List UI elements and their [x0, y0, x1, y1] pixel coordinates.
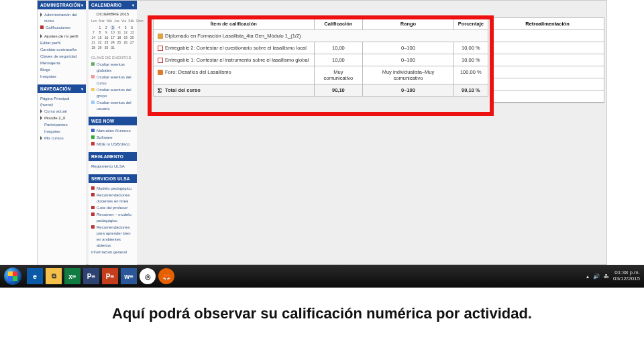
sidebar-item[interactable]: Información general — [91, 249, 134, 255]
triangle-icon — [40, 136, 42, 140]
square-icon — [91, 193, 95, 196]
event-key-label: CLAVE DE EVENTOS — [89, 54, 137, 61]
sidebar-item[interactable]: Insignias — [40, 74, 83, 80]
square-icon — [91, 62, 95, 66]
sidebar-item[interactable]: Blogs — [40, 67, 83, 73]
square-icon — [40, 25, 44, 29]
taskbar-icon-ie[interactable]: e — [27, 268, 43, 284]
sidebar-item[interactable]: Calificaciones — [40, 25, 83, 31]
sidebar-item[interactable]: Curso actual — [40, 109, 83, 115]
sidebar-item[interactable]: Página Principal (home) — [40, 96, 83, 108]
slide-caption: Aquí podrá observar su calificación numé… — [0, 305, 644, 322]
feedback-cell — [491, 54, 604, 66]
triangle-icon — [40, 109, 42, 113]
total-row: 𝚺Total del curso 90,10 0–100 90,10 % — [154, 84, 488, 97]
col-item: Ítem de calificación — [154, 18, 315, 30]
calendar-month: DICIEMBRE 2015 — [91, 11, 134, 17]
sidebar-item[interactable]: Participantes — [40, 122, 83, 128]
sidebar-item[interactable]: Administración del curso — [40, 12, 83, 24]
admin-block-header: ADMINISTRACIÓN ▾ — [38, 1, 86, 9]
col-pct: Porcentaje — [453, 18, 488, 30]
legend-item[interactable]: Ocultar eventos del usuario — [91, 100, 134, 112]
square-icon — [91, 142, 95, 145]
sidebar-item[interactable]: Claves de seguridad — [40, 54, 83, 60]
chevron-down-icon[interactable]: ▾ — [132, 3, 134, 7]
col-grade: Calificación — [314, 18, 363, 30]
taskbar-icon-excel[interactable]: x≡ — [64, 268, 80, 284]
table-row: Foro: Desafíos del Lasallismo Muy comuni… — [154, 66, 488, 84]
forum-icon — [158, 70, 163, 75]
folder-icon — [158, 34, 163, 39]
taskbar-icon-powerpoint[interactable]: P≡ — [102, 268, 118, 284]
sidebar-item[interactable]: Mensajería — [40, 60, 83, 66]
calendar-block-header: CALENDARIO ▾ — [89, 1, 137, 9]
square-icon — [91, 213, 95, 216]
square-icon — [91, 225, 95, 229]
quiz-icon — [158, 46, 163, 51]
sidebar-item[interactable]: Recomendaciones docentes en línea — [91, 192, 134, 204]
legend-item[interactable]: Ocultar eventos del curso — [91, 74, 134, 86]
triangle-icon — [40, 13, 42, 17]
sidebar-subheader[interactable]: Ajustes de mi perfil — [40, 34, 83, 40]
tray-chevron-icon[interactable]: ▴ — [586, 274, 589, 280]
servicios-header: SERVICIOS ULSA — [89, 174, 137, 183]
start-button[interactable] — [4, 267, 21, 285]
square-icon — [91, 135, 95, 139]
sigma-icon: 𝚺 — [158, 88, 163, 93]
feedback-column: Retroalimentación — [490, 17, 604, 103]
taskbar-icon-chrome[interactable]: ◎ — [140, 268, 156, 284]
col-feedback: Retroalimentación — [491, 18, 604, 30]
sidebar-item[interactable]: Reglamento ULSA — [91, 164, 134, 170]
square-icon — [91, 206, 95, 209]
sidebar-item[interactable]: Insignias — [40, 129, 83, 135]
clock-date: 03/12/2015 — [613, 276, 640, 282]
triangle-icon — [40, 34, 42, 38]
sidebar-item[interactable]: Software — [91, 135, 134, 141]
taskbar-icon-word[interactable]: w≡ — [121, 268, 137, 284]
sidebar-item[interactable]: Manuales Alumnos — [91, 128, 134, 134]
sidebar-item[interactable]: Cambiar contraseña — [40, 47, 83, 53]
chevron-down-icon[interactable]: ▾ — [81, 3, 83, 7]
col-range: Rango — [363, 18, 453, 30]
feedback-cell — [491, 78, 604, 90]
sidebar-item[interactable]: Mis cursos — [40, 135, 83, 141]
taskbar-icon-firefox[interactable]: 🦊 — [158, 268, 174, 284]
chevron-down-icon[interactable]: ▾ — [81, 86, 83, 91]
table-row: Entregable 2: Contestar el cuestionario … — [154, 42, 488, 54]
feedback-cell — [491, 30, 604, 42]
course-row: Diplomado en Formación Lasallista_4ta Ge… — [154, 30, 488, 42]
tray-volume-icon[interactable]: 🔊 — [593, 274, 600, 280]
feedback-cell — [491, 42, 604, 54]
taskbar-icon-explorer[interactable]: ⧉ — [46, 268, 62, 284]
triangle-icon — [40, 116, 42, 120]
taskbar: e ⧉ x≡ P≡ P≡ w≡ ◎ 🦊 ▴ 🔊 🖧 01:38 p.m. 03/… — [0, 265, 644, 288]
sidebar-item[interactable]: Guía del profesor — [91, 205, 134, 211]
square-icon — [91, 186, 95, 190]
tray-network-icon[interactable]: 🖧 — [604, 274, 609, 280]
table-header-row: Ítem de calificación Calificación Rango … — [154, 18, 488, 30]
feedback-cell — [491, 66, 604, 78]
calendar-grid[interactable]: LunMarMiéJueVieSábDom 123456 78910111213… — [91, 19, 134, 50]
legend-item[interactable]: Ocultar eventos del grupo — [91, 87, 134, 99]
square-icon — [91, 75, 95, 78]
sidebar-item[interactable]: MDE tu USB/disco — [91, 141, 134, 147]
table-row: Entregable 1: Contestar el instrumento s… — [154, 54, 488, 66]
legend-item[interactable]: Ocultar eventos globales — [91, 62, 134, 74]
square-icon — [91, 101, 95, 104]
calendar-title: CALENDARIO — [91, 3, 121, 7]
sidebar-item[interactable]: Moodle 2_0 — [40, 115, 83, 121]
square-icon — [91, 88, 95, 91]
sidebar-item[interactable]: Recomendaciones para aprender bien en am… — [91, 225, 134, 249]
sidebar-item[interactable]: Modelo pedagógico — [91, 186, 134, 192]
taskbar-icon-publisher[interactable]: P≡ — [83, 268, 99, 284]
sidebar-item[interactable]: Resumen – modelo pedagógico — [91, 212, 134, 224]
grades-table: Ítem de calificación Calificación Rango … — [153, 17, 488, 97]
feedback-cell — [491, 90, 604, 103]
quiz-icon — [158, 58, 163, 63]
sidebar-item[interactable]: Editar perfil — [40, 40, 83, 46]
tray-clock[interactable]: 01:38 p.m. 03/12/2015 — [613, 270, 640, 282]
square-icon — [91, 129, 95, 132]
nav-title: NAVEGACIÓN — [40, 86, 71, 91]
webnow-header: WEB NOW — [89, 117, 137, 125]
reglamento-header: REGLAMENTO — [89, 152, 137, 161]
